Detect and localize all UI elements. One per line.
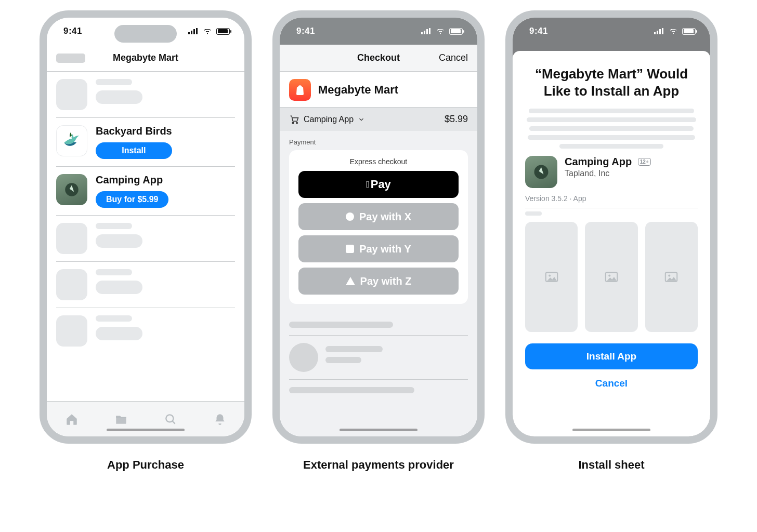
divider xyxy=(525,208,698,208)
button-placeholder xyxy=(96,90,142,104)
svg-point-6 xyxy=(549,275,551,277)
list-item[interactable] xyxy=(56,308,235,354)
pay-option-label: Pay with Y xyxy=(359,243,411,255)
age-rating-badge: 12+ xyxy=(638,158,651,166)
cart-item-name: Camping App xyxy=(304,115,354,124)
phone-external-payments: 9:41 Checkout Cancel xyxy=(272,10,485,472)
battery-icon xyxy=(449,28,463,35)
list-item[interactable] xyxy=(56,216,235,261)
cart-price: $5.99 xyxy=(445,114,468,125)
pay-option-y[interactable]: Pay with Y xyxy=(298,235,459,262)
app-icon-placeholder xyxy=(56,79,87,110)
nav-bar: Megabyte Mart xyxy=(47,45,244,72)
tab-library[interactable] xyxy=(114,413,128,426)
home-indicator[interactable] xyxy=(572,429,650,431)
screenshot-placeholder xyxy=(585,222,637,332)
svg-point-10 xyxy=(669,275,671,277)
tab-search[interactable] xyxy=(163,413,178,426)
app-name: Camping App xyxy=(565,156,632,167)
wifi-icon xyxy=(669,28,678,34)
app-icon-camping xyxy=(56,174,87,205)
screenshot-carousel[interactable] xyxy=(525,222,698,332)
text-placeholder xyxy=(525,211,542,216)
svg-point-3 xyxy=(296,122,298,124)
payment-card: Express checkout Pay Pay with X Pay wit… xyxy=(289,150,468,304)
cart-row[interactable]: Camping App $5.99 xyxy=(280,108,477,131)
caption: External payments provider xyxy=(303,458,454,472)
wifi-icon xyxy=(436,28,445,34)
screenshot-placeholder xyxy=(525,222,578,332)
app-meta: Version 3.5.2 · App xyxy=(525,194,698,203)
developer-name: Tapland, Inc xyxy=(565,169,651,178)
avatar-placeholder xyxy=(289,343,318,372)
text-placeholder xyxy=(96,315,132,322)
install-sheet: “Megabyte Mart” Would Like to Install an… xyxy=(513,51,710,436)
status-indicators xyxy=(188,28,230,35)
cellular-icon xyxy=(421,28,432,34)
phone-install-sheet: 9:41 “Megabyte Mart” Would Like to Insta… xyxy=(505,10,717,472)
caption: Install sheet xyxy=(578,458,644,472)
payment-label: Payment xyxy=(289,138,468,146)
text-placeholder xyxy=(289,387,414,393)
app-list[interactable]: Backyard Birds Install xyxy=(47,72,244,354)
description-placeholder xyxy=(525,109,698,149)
cancel-button[interactable]: Cancel xyxy=(525,378,698,389)
install-prompt-title: “Megabyte Mart” Would Like to Install an… xyxy=(525,65,698,99)
status-indicators xyxy=(421,28,463,35)
status-bar: 9:41 xyxy=(47,18,244,45)
compass-icon xyxy=(63,181,81,198)
list-item[interactable] xyxy=(56,262,235,308)
svg-point-2 xyxy=(292,122,294,124)
merchant-name: Megabyte Mart xyxy=(318,83,398,97)
device-frame: 9:41 “Megabyte Mart” Would Like to Insta… xyxy=(505,10,717,444)
text-placeholder xyxy=(325,357,361,363)
checkout-body: Megabyte Mart Camping App $5.99 Payment … xyxy=(280,72,477,436)
app-icon-bird xyxy=(56,125,87,156)
status-time: 9:41 xyxy=(529,26,548,36)
text-placeholder xyxy=(96,79,132,85)
store-title: Megabyte Mart xyxy=(56,52,235,63)
pay-option-label: Pay with Z xyxy=(360,275,412,287)
status-indicators xyxy=(654,28,696,35)
app-icon-placeholder xyxy=(56,315,87,347)
text-placeholder xyxy=(289,322,393,328)
app-name: Camping App xyxy=(96,174,168,186)
provider-z-icon xyxy=(346,277,355,285)
button-placeholder xyxy=(96,281,142,294)
pay-option-x[interactable]: Pay with X xyxy=(298,203,459,230)
home-indicator[interactable] xyxy=(107,429,185,431)
checkout-nav: Checkout Cancel xyxy=(280,45,477,72)
divider xyxy=(289,335,468,336)
install-app-button[interactable]: Install App xyxy=(525,343,698,369)
wifi-icon xyxy=(203,28,212,34)
image-icon xyxy=(663,269,679,285)
device-frame: 9:41 Checkout Cancel xyxy=(272,10,485,444)
app-icon-camping xyxy=(525,156,557,188)
chevron-down-icon[interactable] xyxy=(358,116,365,123)
shopping-bag-icon xyxy=(294,84,306,96)
button-placeholder xyxy=(96,234,142,248)
cancel-button[interactable]: Cancel xyxy=(439,52,468,63)
caption: App Purchase xyxy=(107,458,184,472)
text-placeholder xyxy=(96,223,132,229)
buy-button[interactable]: Buy for $5.99 xyxy=(96,191,168,208)
home-indicator[interactable] xyxy=(340,429,417,431)
screenshot-placeholder xyxy=(645,222,698,332)
app-icon-placeholder xyxy=(56,223,87,254)
pay-option-z[interactable]: Pay with Z xyxy=(298,268,459,295)
tab-home[interactable] xyxy=(64,413,79,426)
list-item[interactable] xyxy=(56,72,235,117)
hummingbird-icon xyxy=(60,129,83,152)
express-checkout-label: Express checkout xyxy=(298,157,459,166)
list-item-camping-app[interactable]: Camping App Buy for $5.99 xyxy=(56,167,235,215)
status-bar: 9:41 xyxy=(280,18,477,45)
battery-icon xyxy=(216,28,230,35)
list-item-backyard-birds[interactable]: Backyard Birds Install xyxy=(56,118,235,166)
image-icon xyxy=(604,269,619,285)
merchant-header: Megabyte Mart xyxy=(280,72,477,108)
svg-point-8 xyxy=(608,275,610,277)
apple-pay-button[interactable]: Pay xyxy=(298,171,459,198)
cellular-icon xyxy=(654,28,664,34)
install-button[interactable]: Install xyxy=(96,142,172,159)
tab-notifications[interactable] xyxy=(213,413,227,426)
